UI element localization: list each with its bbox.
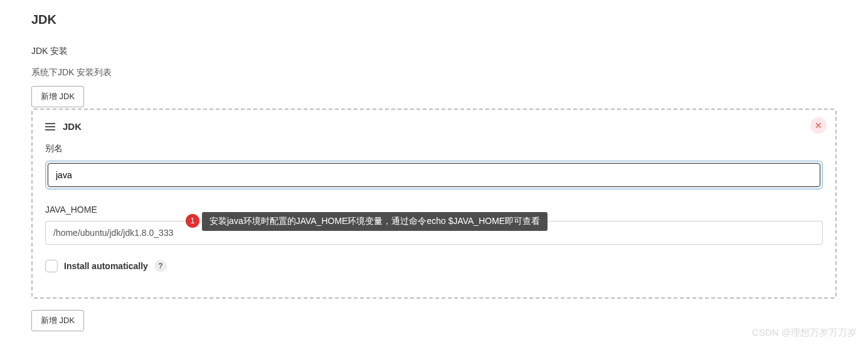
panel-header: JDK xyxy=(45,121,823,132)
add-jdk-button-bottom[interactable]: 新增 JDK xyxy=(31,310,84,331)
annotation-badge: 1 xyxy=(186,214,199,228)
add-jdk-button-top[interactable]: 新增 JDK xyxy=(31,86,84,107)
watermark: CSDN @理想万岁万万岁 xyxy=(752,327,857,339)
subsection-title: JDK 安装 xyxy=(31,46,837,57)
list-label: 系统下JDK 安装列表 xyxy=(31,67,837,78)
alias-input-wrap xyxy=(45,161,823,189)
section-title: JDK xyxy=(31,13,837,27)
java-home-field-group: JAVA_HOME 1 安装java环境时配置的JAVA_HOME环境变量，通过… xyxy=(45,205,823,245)
drag-handle-icon[interactable] xyxy=(45,122,55,131)
install-auto-row: Install automatically ? xyxy=(45,260,823,272)
annotation-tooltip: 安装java环境时配置的JAVA_HOME环境变量，通过命令echo $JAVA… xyxy=(202,212,548,231)
close-icon: ✕ xyxy=(815,121,822,130)
close-panel-button[interactable]: ✕ xyxy=(810,117,827,134)
install-auto-label: Install automatically xyxy=(64,261,148,271)
install-auto-checkbox[interactable] xyxy=(45,260,58,272)
alias-field-group: 别名 xyxy=(45,143,823,189)
jdk-config-panel: ✕ JDK 别名 JAVA_HOME 1 安装java环境时配置的JAVA_HO… xyxy=(31,109,837,299)
help-icon[interactable]: ? xyxy=(154,260,167,272)
alias-input[interactable] xyxy=(48,163,820,187)
panel-title: JDK xyxy=(63,121,82,132)
alias-label: 别名 xyxy=(45,143,823,154)
